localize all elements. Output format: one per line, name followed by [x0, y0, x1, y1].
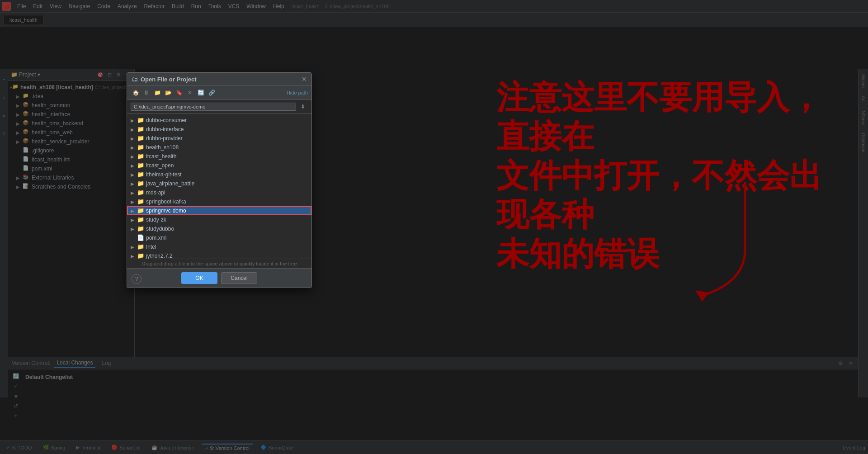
dialog-hide-path-btn[interactable]: Hide path [287, 90, 308, 95]
dialog-bookmark-btn[interactable]: 🔖 [174, 88, 184, 98]
dtree-itheima-git-test[interactable]: ▶ 📁 itheima-git-test [127, 170, 311, 179]
dialog-drop-hint: Drag and drop a file into the space abov… [127, 259, 311, 268]
dialog-desktop-btn[interactable]: 🖥 [142, 88, 151, 98]
dialog-refresh-btn[interactable]: 🔄 [196, 88, 206, 98]
dialog-delete-btn[interactable]: ✕ [185, 88, 195, 98]
dialog-link-btn[interactable]: 🔗 [207, 88, 217, 98]
dialog-path-bar: ⬇ [127, 100, 311, 114]
dtree-springboot-kafka[interactable]: ▶ 📁 springboot-kafka [127, 197, 311, 206]
dtree-jython[interactable]: ▶ 📁 jython2.7.2 [127, 251, 311, 259]
dtree-pom-xml[interactable]: ▶ 📄 pom.xml [127, 233, 311, 242]
dialog-toolbar: 🏠 🖥 📁 📂 🔖 ✕ 🔄 🔗 Hide path [127, 86, 311, 100]
dialog-buttons: ? OK Cancel [127, 268, 311, 288]
dtree-springmvc-demo[interactable]: ▶ 📁 springmvc-demo [127, 206, 311, 215]
dtree-dubbo-consumer[interactable]: ▶ 📁 dubbo-consumer [127, 116, 311, 125]
dialog-titlebar: 🗂 Open File or Project ✕ [127, 73, 311, 86]
dtree-health-sh108[interactable]: ▶ 📁 health_sh108 [127, 143, 311, 152]
dtree-java-airplane[interactable]: ▶ 📁 java_airplane_battle [127, 179, 311, 188]
dialog-path-go-btn[interactable]: ⬇ [298, 102, 308, 112]
dialog-new-folder-btn[interactable]: 📂 [163, 88, 173, 98]
dialog-ok-button[interactable]: OK [181, 272, 217, 284]
dtree-itcast-open[interactable]: ▶ 📁 itcast_open [127, 161, 311, 170]
dialog-home-btn[interactable]: 🏠 [131, 88, 141, 98]
dtree-studydubbo[interactable]: ▶ 📁 studydubbo [127, 224, 311, 233]
dtree-study-zk[interactable]: ▶ 📁 study-zk [127, 215, 311, 224]
dtree-itcast-health[interactable]: ▶ 📁 itcast_health [127, 152, 311, 161]
dialog-cancel-button[interactable]: Cancel [221, 272, 257, 284]
dtree-mds-api[interactable]: ▶ 📁 mds-api [127, 188, 311, 197]
dialog-path-input[interactable] [131, 103, 296, 111]
dtree-dubbo-provider[interactable]: ▶ 📁 dubbo-provider [127, 134, 311, 143]
dialog-title-icon: 🗂 [132, 76, 138, 83]
dialog-tree: ▶ 📁 dubbo-consumer ▶ 📁 dubbo-interface ▶… [127, 114, 311, 259]
dialog-folder-btn[interactable]: 📁 [152, 88, 162, 98]
dialog-title-text: Open File or Project [141, 76, 197, 83]
dialog-close-button[interactable]: ✕ [302, 76, 307, 83]
dialog-help-button[interactable]: ? [132, 274, 142, 284]
dialog-overlay: 🗂 Open File or Project ✕ 🏠 🖥 📁 📂 🔖 ✕ 🔄 🔗… [0, 0, 868, 454]
open-file-dialog: 🗂 Open File or Project ✕ 🏠 🖥 📁 📂 🔖 ✕ 🔄 🔗… [127, 72, 312, 288]
dtree-dubbo-interface[interactable]: ▶ 📁 dubbo-interface [127, 125, 311, 134]
dtree-intel[interactable]: ▶ 📁 Intel [127, 242, 311, 251]
